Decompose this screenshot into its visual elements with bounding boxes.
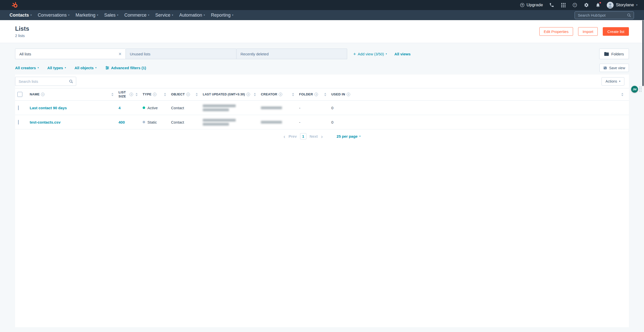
search-lists xyxy=(15,77,76,86)
next-button[interactable]: Next xyxy=(310,134,318,138)
nav-item-marketing[interactable]: Marketing xyxy=(72,10,101,20)
info-icon[interactable] xyxy=(314,93,318,96)
create-list-button[interactable]: Create list xyxy=(603,27,629,36)
table-row[interactable]: test-contacts.csv 400 Static Contact - 0 xyxy=(15,115,629,129)
per-page-dropdown[interactable]: 25 per page xyxy=(337,134,360,138)
sort-icon[interactable] xyxy=(135,93,138,96)
settings-icon[interactable] xyxy=(584,2,589,8)
filters-toolbar: All creators All types All objects Advan… xyxy=(15,64,629,72)
row-checkbox[interactable] xyxy=(18,105,19,110)
chevron-down-icon xyxy=(38,67,39,69)
upgrade-icon xyxy=(520,3,525,7)
plus-icon xyxy=(353,52,356,56)
info-icon[interactable] xyxy=(279,93,282,96)
page-1-button[interactable]: 1 xyxy=(300,133,306,139)
notifications-icon[interactable] xyxy=(595,2,601,8)
list-name-link[interactable]: test-contacts.csv xyxy=(30,120,61,124)
select-all-checkbox[interactable] xyxy=(17,92,22,97)
chevron-down-icon xyxy=(97,14,98,16)
top-utility-bar: Upgrade ? Storylane xyxy=(0,0,644,10)
sort-icon[interactable] xyxy=(291,93,294,96)
hubspot-logo[interactable] xyxy=(12,2,18,9)
nav-item-contacts[interactable]: Contacts xyxy=(7,10,35,20)
list-name-link[interactable]: Last contact 90 days xyxy=(30,106,67,110)
chevron-down-icon xyxy=(619,80,620,83)
column-header-folder[interactable]: FOLDER xyxy=(296,88,328,100)
add-view-button[interactable]: Add view (3/50) xyxy=(353,52,387,56)
info-icon[interactable] xyxy=(130,93,133,96)
sort-icon[interactable] xyxy=(323,93,326,96)
sort-icon[interactable] xyxy=(110,93,113,96)
edit-properties-button[interactable]: Edit Properties xyxy=(539,27,573,36)
sort-icon[interactable] xyxy=(163,93,166,96)
info-icon[interactable] xyxy=(153,93,156,96)
filter-all-objects[interactable]: All objects xyxy=(74,66,96,70)
chevron-down-icon xyxy=(636,4,637,6)
list-size-link[interactable]: 400 xyxy=(118,120,125,124)
import-button[interactable]: Import xyxy=(578,27,598,36)
nav-item-automation[interactable]: Automation xyxy=(176,10,208,20)
column-header-type[interactable]: TYPE xyxy=(140,88,168,100)
tab-all-lists[interactable]: All lists xyxy=(15,49,126,59)
chevron-down-icon xyxy=(148,14,149,16)
status-dot xyxy=(143,121,145,123)
info-icon[interactable] xyxy=(186,93,190,96)
marketplace-icon[interactable] xyxy=(560,2,566,8)
sort-icon[interactable] xyxy=(253,93,256,96)
close-icon[interactable] xyxy=(118,51,122,56)
column-header-used-in[interactable]: USED IN xyxy=(328,88,629,100)
object-label: Contact xyxy=(168,106,200,110)
chevron-down-icon xyxy=(232,14,233,16)
redacted-last-updated xyxy=(203,119,256,126)
filter-all-creators[interactable]: All creators xyxy=(15,66,39,70)
actions-button[interactable]: Actions xyxy=(601,77,624,86)
chevron-left-icon[interactable] xyxy=(284,134,285,139)
column-header-creator[interactable]: CREATOR xyxy=(258,88,296,100)
tab-unused-lists[interactable]: Unused lists xyxy=(126,49,236,59)
search-icon[interactable] xyxy=(69,79,73,84)
page-title: Lists xyxy=(15,25,29,32)
table-row[interactable]: Last contact 90 days 4 Active Contact - … xyxy=(15,101,629,115)
sort-icon[interactable] xyxy=(620,93,623,96)
views-toolbar: All lists Unused lists Recently deleted … xyxy=(15,49,629,59)
upgrade-button[interactable]: Upgrade xyxy=(520,3,543,8)
row-checkbox[interactable] xyxy=(18,120,19,125)
drag-handle-icon[interactable] xyxy=(639,87,641,92)
floating-user-badge[interactable]: JM xyxy=(631,86,638,93)
filter-all-types[interactable]: All types xyxy=(47,66,66,70)
account-menu[interactable]: Storylane xyxy=(607,2,637,9)
tab-recently-deleted[interactable]: Recently deleted xyxy=(236,49,347,59)
column-header-object[interactable]: OBJECT xyxy=(168,88,200,100)
info-icon[interactable] xyxy=(247,93,250,96)
global-search-input[interactable] xyxy=(577,13,625,18)
info-icon[interactable] xyxy=(347,93,350,96)
column-header-last-updated[interactable]: LAST UPDATED (GMT+5:30) xyxy=(200,88,258,100)
svg-text:?: ? xyxy=(574,4,576,6)
save-view-button[interactable]: Save view xyxy=(599,64,629,72)
folders-button[interactable]: Folders xyxy=(599,49,629,59)
chevron-right-icon[interactable] xyxy=(321,134,323,139)
pagination: Prev 1 Next 25 per page xyxy=(15,133,629,139)
info-icon[interactable] xyxy=(41,93,45,96)
folder-value: - xyxy=(296,106,328,110)
column-header-list-size[interactable]: LIST SIZE xyxy=(115,88,140,100)
primary-nav: Contacts Conversations Marketing Sales C… xyxy=(0,10,644,20)
search-icon[interactable] xyxy=(627,13,631,17)
column-header-name[interactable]: NAME xyxy=(27,88,115,100)
nav-item-service[interactable]: Service xyxy=(152,10,176,20)
scrollbar-thumb[interactable] xyxy=(642,20,644,86)
redacted-creator xyxy=(261,106,294,109)
advanced-filters-button[interactable]: Advanced filters (1) xyxy=(105,66,146,70)
list-size-link[interactable]: 4 xyxy=(118,106,120,110)
chevron-down-icon xyxy=(204,14,205,16)
help-icon[interactable]: ? xyxy=(572,2,578,8)
prev-button[interactable]: Prev xyxy=(289,134,297,138)
sort-icon[interactable] xyxy=(195,93,198,96)
phone-icon[interactable] xyxy=(549,2,554,8)
nav-item-sales[interactable]: Sales xyxy=(101,10,121,20)
nav-item-conversations[interactable]: Conversations xyxy=(35,10,72,20)
nav-item-reporting[interactable]: Reporting xyxy=(208,10,236,20)
all-views-link[interactable]: All views xyxy=(394,52,411,56)
search-lists-input[interactable] xyxy=(18,79,67,84)
nav-item-commerce[interactable]: Commerce xyxy=(121,10,152,20)
